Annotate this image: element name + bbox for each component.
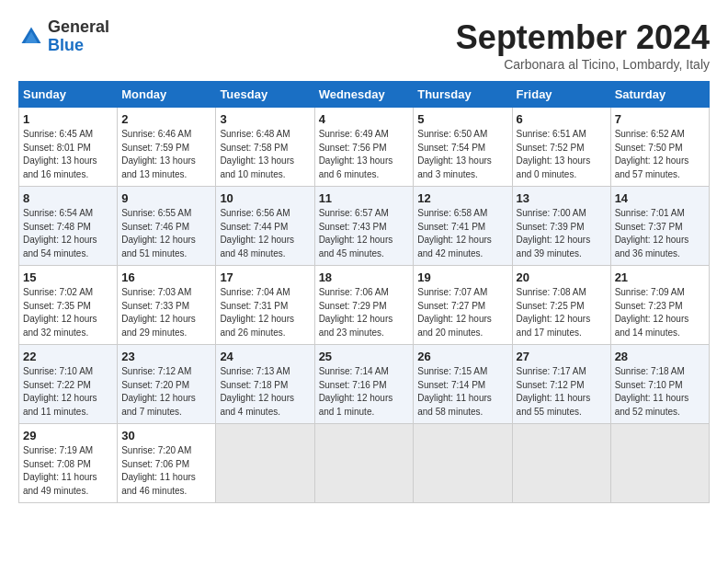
day-number: 11 [319, 191, 410, 205]
table-row: 21 Sunrise: 7:09 AM Sunset: 7:23 PM Dayl… [610, 266, 709, 345]
day-number: 2 [121, 112, 211, 126]
day-info: Sunrise: 7:10 AM Sunset: 7:22 PM Dayligh… [23, 365, 113, 419]
logo-icon [18, 24, 44, 50]
logo: General Blue [18, 18, 109, 55]
logo-text: General Blue [48, 18, 109, 55]
day-number: 9 [121, 191, 211, 205]
col-sunday: Sunday [19, 82, 118, 108]
day-info: Sunrise: 6:50 AM Sunset: 7:54 PM Dayligh… [417, 128, 507, 181]
table-row: 27 Sunrise: 7:17 AM Sunset: 7:12 PM Dayl… [512, 345, 610, 424]
table-row: 5 Sunrise: 6:50 AM Sunset: 7:54 PM Dayli… [414, 108, 512, 187]
day-info: Sunrise: 7:20 AM Sunset: 7:06 PM Dayligh… [121, 444, 211, 498]
day-number: 14 [615, 191, 705, 205]
day-info: Sunrise: 7:01 AM Sunset: 7:37 PM Dayligh… [615, 207, 705, 260]
table-row: 3 Sunrise: 6:48 AM Sunset: 7:58 PM Dayli… [216, 108, 314, 187]
day-number: 15 [23, 270, 113, 284]
day-number: 5 [417, 112, 507, 126]
table-row: 14 Sunrise: 7:01 AM Sunset: 7:37 PM Dayl… [610, 187, 709, 266]
table-row: 24 Sunrise: 7:13 AM Sunset: 7:18 PM Dayl… [216, 345, 314, 424]
table-row: 18 Sunrise: 7:06 AM Sunset: 7:29 PM Dayl… [314, 266, 414, 345]
table-row: 1 Sunrise: 6:45 AM Sunset: 8:01 PM Dayli… [19, 108, 118, 187]
logo-blue: Blue [48, 36, 84, 54]
day-info: Sunrise: 7:00 AM Sunset: 7:39 PM Dayligh… [517, 207, 607, 260]
table-row: 17 Sunrise: 7:04 AM Sunset: 7:31 PM Dayl… [216, 266, 314, 345]
calendar-week-row: 15 Sunrise: 7:02 AM Sunset: 7:35 PM Dayl… [19, 266, 710, 345]
day-info: Sunrise: 6:51 AM Sunset: 7:52 PM Dayligh… [517, 128, 607, 181]
day-info: Sunrise: 7:14 AM Sunset: 7:16 PM Dayligh… [319, 365, 410, 419]
day-number: 21 [615, 270, 705, 284]
month-title: September 2024 [456, 18, 710, 57]
table-row: 12 Sunrise: 6:58 AM Sunset: 7:41 PM Dayl… [414, 187, 512, 266]
day-info: Sunrise: 7:19 AM Sunset: 7:08 PM Dayligh… [23, 444, 113, 498]
day-number: 6 [517, 112, 607, 126]
day-info: Sunrise: 7:15 AM Sunset: 7:14 PM Dayligh… [417, 365, 507, 419]
day-number: 17 [220, 270, 310, 284]
table-row: 15 Sunrise: 7:02 AM Sunset: 7:35 PM Dayl… [19, 266, 118, 345]
day-number: 4 [319, 112, 410, 126]
calendar-week-row: 1 Sunrise: 6:45 AM Sunset: 8:01 PM Dayli… [19, 108, 710, 187]
title-block: September 2024 Carbonara al Ticino, Lomb… [456, 18, 710, 72]
day-number: 19 [417, 270, 507, 284]
calendar-week-row: 8 Sunrise: 6:54 AM Sunset: 7:48 PM Dayli… [19, 187, 710, 266]
day-number: 10 [220, 191, 310, 205]
day-info: Sunrise: 6:57 AM Sunset: 7:43 PM Dayligh… [319, 207, 410, 260]
day-number: 22 [23, 350, 113, 363]
calendar-week-row: 29 Sunrise: 7:19 AM Sunset: 7:08 PM Dayl… [19, 424, 710, 503]
col-wednesday: Wednesday [314, 82, 414, 108]
day-info: Sunrise: 7:08 AM Sunset: 7:25 PM Dayligh… [517, 286, 607, 339]
calendar-week-row: 22 Sunrise: 7:10 AM Sunset: 7:22 PM Dayl… [19, 345, 710, 424]
table-row: 7 Sunrise: 6:52 AM Sunset: 7:50 PM Dayli… [610, 108, 709, 187]
day-info: Sunrise: 7:13 AM Sunset: 7:18 PM Dayligh… [220, 365, 310, 419]
col-thursday: Thursday [414, 82, 512, 108]
day-number: 18 [319, 270, 410, 284]
logo-general: General [48, 17, 109, 36]
day-number: 12 [417, 191, 507, 205]
day-info: Sunrise: 7:17 AM Sunset: 7:12 PM Dayligh… [517, 365, 607, 419]
location-subtitle: Carbonara al Ticino, Lombardy, Italy [456, 57, 710, 72]
day-number: 20 [517, 270, 607, 284]
day-number: 30 [121, 429, 211, 442]
table-row: 30 Sunrise: 7:20 AM Sunset: 7:06 PM Dayl… [118, 424, 216, 503]
day-number: 28 [615, 350, 705, 363]
day-info: Sunrise: 6:54 AM Sunset: 7:48 PM Dayligh… [23, 207, 113, 260]
day-info: Sunrise: 7:04 AM Sunset: 7:31 PM Dayligh… [220, 286, 310, 339]
day-number: 8 [23, 191, 113, 205]
day-number: 3 [220, 112, 310, 126]
day-number: 23 [121, 350, 211, 363]
col-friday: Friday [512, 82, 610, 108]
table-row: 4 Sunrise: 6:49 AM Sunset: 7:56 PM Dayli… [314, 108, 414, 187]
table-row: 16 Sunrise: 7:03 AM Sunset: 7:33 PM Dayl… [118, 266, 216, 345]
day-info: Sunrise: 6:46 AM Sunset: 7:59 PM Dayligh… [121, 128, 211, 181]
calendar-header-row: Sunday Monday Tuesday Wednesday Thursday… [19, 82, 710, 108]
table-row: 22 Sunrise: 7:10 AM Sunset: 7:22 PM Dayl… [19, 345, 118, 424]
day-number: 1 [23, 112, 113, 126]
table-row: 11 Sunrise: 6:57 AM Sunset: 7:43 PM Dayl… [314, 187, 414, 266]
calendar-table: Sunday Monday Tuesday Wednesday Thursday… [18, 81, 710, 503]
table-row: 19 Sunrise: 7:07 AM Sunset: 7:27 PM Dayl… [414, 266, 512, 345]
col-monday: Monday [118, 82, 216, 108]
table-row [610, 424, 709, 503]
day-number: 29 [23, 429, 113, 442]
table-row: 2 Sunrise: 6:46 AM Sunset: 7:59 PM Dayli… [118, 108, 216, 187]
day-number: 26 [417, 350, 507, 363]
table-row: 6 Sunrise: 6:51 AM Sunset: 7:52 PM Dayli… [512, 108, 610, 187]
day-info: Sunrise: 7:07 AM Sunset: 7:27 PM Dayligh… [417, 286, 507, 339]
day-number: 7 [615, 112, 705, 126]
day-info: Sunrise: 6:55 AM Sunset: 7:46 PM Dayligh… [121, 207, 211, 260]
table-row: 26 Sunrise: 7:15 AM Sunset: 7:14 PM Dayl… [414, 345, 512, 424]
day-info: Sunrise: 6:56 AM Sunset: 7:44 PM Dayligh… [220, 207, 310, 260]
table-row: 8 Sunrise: 6:54 AM Sunset: 7:48 PM Dayli… [19, 187, 118, 266]
table-row [512, 424, 610, 503]
day-info: Sunrise: 7:03 AM Sunset: 7:33 PM Dayligh… [121, 286, 211, 339]
day-number: 24 [220, 350, 310, 363]
col-saturday: Saturday [610, 82, 709, 108]
day-info: Sunrise: 7:18 AM Sunset: 7:10 PM Dayligh… [615, 365, 705, 419]
table-row: 10 Sunrise: 6:56 AM Sunset: 7:44 PM Dayl… [216, 187, 314, 266]
table-row [414, 424, 512, 503]
col-tuesday: Tuesday [216, 82, 314, 108]
day-info: Sunrise: 6:49 AM Sunset: 7:56 PM Dayligh… [319, 128, 410, 181]
day-number: 25 [319, 350, 410, 363]
table-row [314, 424, 414, 503]
table-row: 23 Sunrise: 7:12 AM Sunset: 7:20 PM Dayl… [118, 345, 216, 424]
table-row: 13 Sunrise: 7:00 AM Sunset: 7:39 PM Dayl… [512, 187, 610, 266]
